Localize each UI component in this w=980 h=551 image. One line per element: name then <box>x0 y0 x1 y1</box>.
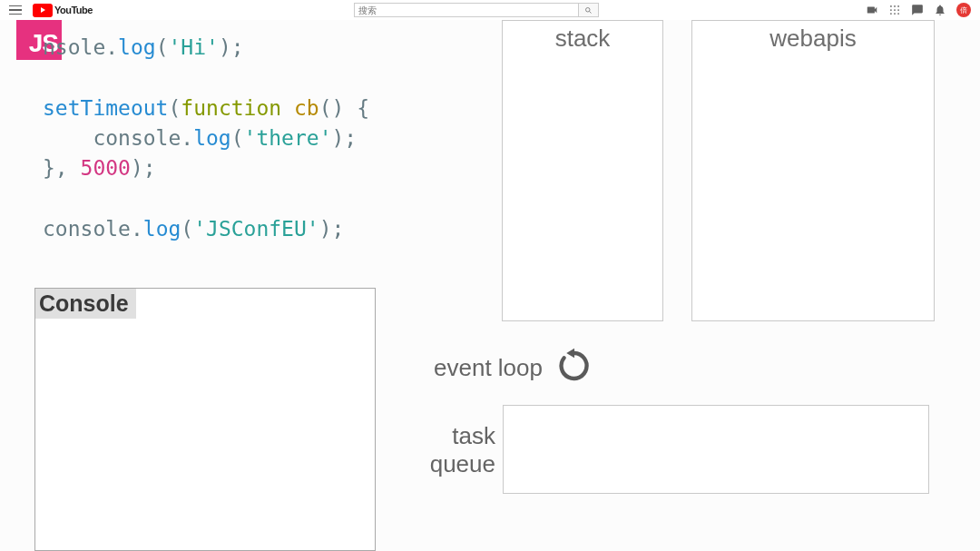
code-text: nsole. <box>43 35 118 59</box>
code-punct: ); <box>332 126 358 150</box>
svg-point-7 <box>897 9 899 11</box>
event-loop-label: event loop <box>434 354 543 382</box>
apps-grid-icon[interactable] <box>888 4 901 16</box>
svg-point-2 <box>890 5 892 7</box>
code-method: log <box>118 35 156 59</box>
task-queue-box <box>503 405 929 494</box>
search-input[interactable] <box>354 3 579 17</box>
code-punct: ( <box>156 35 169 59</box>
svg-point-10 <box>897 13 899 15</box>
svg-point-0 <box>586 7 591 12</box>
video-content: JS nsole.log('Hi'); setTimeout(function … <box>0 20 980 551</box>
stack-title: stack <box>503 21 662 53</box>
code-string: 'JSConfEU' <box>193 217 318 241</box>
code-punct: ( <box>168 96 181 120</box>
user-avatar[interactable]: 倍 <box>956 3 971 17</box>
hamburger-menu-icon[interactable] <box>9 2 25 18</box>
code-func: setTimeout <box>43 96 168 120</box>
code-punct: ); <box>131 156 156 180</box>
event-loop: event loop <box>434 347 593 389</box>
code-text: console. <box>43 126 193 150</box>
code-punct: ( <box>181 217 193 241</box>
app-header: YouTube 倍 <box>0 0 980 20</box>
console-title: Console <box>35 289 136 319</box>
code-number: 5000 <box>81 156 131 180</box>
code-punct: }, <box>43 156 81 180</box>
messages-icon[interactable] <box>911 4 924 16</box>
svg-point-4 <box>897 5 899 7</box>
code-text: console. <box>43 217 143 241</box>
code-method: log <box>193 126 231 150</box>
svg-line-1 <box>590 11 592 13</box>
code-punct: ( <box>231 126 244 150</box>
code-punct: ); <box>319 217 345 241</box>
code-block: nsole.log('Hi'); setTimeout(function cb(… <box>43 33 369 244</box>
svg-point-6 <box>894 9 896 11</box>
code-keyword: function <box>181 96 281 120</box>
code-name: cb <box>281 96 319 120</box>
code-string: 'there' <box>244 126 332 150</box>
code-punct: () { <box>319 96 369 120</box>
create-video-icon[interactable] <box>866 4 878 16</box>
code-punct: ); <box>219 35 244 59</box>
code-method: log <box>143 217 181 241</box>
search-button[interactable] <box>579 3 599 17</box>
stack-box: stack <box>502 20 663 321</box>
webapis-title: webapis <box>692 21 934 53</box>
search-icon <box>584 6 593 15</box>
notifications-bell-icon[interactable] <box>934 4 946 16</box>
loop-arrow-icon <box>555 347 593 389</box>
logo-text: YouTube <box>54 5 93 15</box>
header-actions: 倍 <box>866 0 971 20</box>
youtube-logo[interactable]: YouTube <box>33 4 93 17</box>
search-bar <box>354 3 599 17</box>
play-icon <box>33 4 53 17</box>
svg-point-5 <box>890 9 892 11</box>
svg-point-9 <box>894 13 896 15</box>
task-queue-label: task queue <box>423 422 495 478</box>
webapis-box: webapis <box>691 20 935 321</box>
code-string: 'Hi' <box>169 35 219 59</box>
svg-point-8 <box>890 13 892 15</box>
svg-point-3 <box>894 5 896 7</box>
console-panel: Console <box>34 288 376 551</box>
